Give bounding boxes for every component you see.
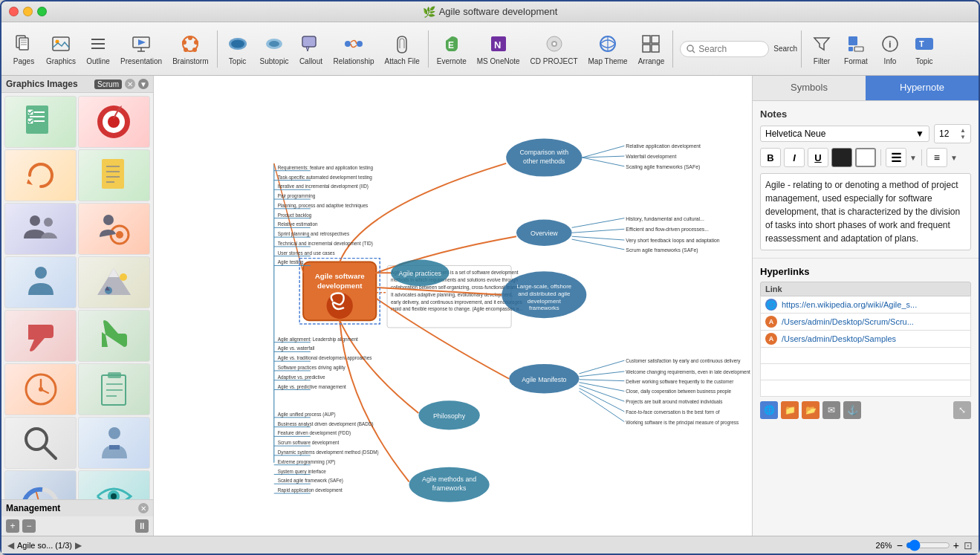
- sidebar-item-target[interactable]: [78, 96, 150, 148]
- toolbar-graphics[interactable]: Graphics: [42, 25, 80, 73]
- toolbar-topic[interactable]: Topic: [221, 25, 254, 73]
- tab-label: Agile so... (1/3): [17, 541, 72, 550]
- toolbar-onenote[interactable]: N MS OneNote: [473, 25, 525, 73]
- search-icon: [687, 45, 695, 53]
- toolbar-brainstorm[interactable]: Brainstorm: [168, 25, 212, 73]
- toolbar-filter[interactable]: Filter: [805, 25, 838, 73]
- svg-text:Iterative and incremental deve: Iterative and incremental development (I…: [278, 184, 369, 189]
- svg-rect-36: [643, 36, 650, 43]
- fit-icon[interactable]: ⊡: [964, 539, 973, 551]
- search-input[interactable]: [698, 44, 758, 54]
- canvas-area[interactable]: Agile software development Agile softwar…: [154, 76, 752, 536]
- close-button[interactable]: [9, 7, 19, 16]
- search-box[interactable]: [680, 41, 769, 57]
- svg-text:Scrum software development: Scrum software development: [278, 440, 340, 446]
- maptheme-icon: [596, 32, 620, 56]
- toolbar-topic2[interactable]: T Topic: [908, 25, 941, 73]
- evernote-label: Evernote: [437, 57, 467, 65]
- toolbar-format[interactable]: Format: [840, 25, 872, 73]
- toolbar-presentation[interactable]: Presentation: [116, 25, 166, 73]
- hl-folder-btn[interactable]: 📂: [802, 401, 820, 419]
- hl-resize-btn[interactable]: ⤡: [953, 401, 971, 419]
- nav-next[interactable]: ▶: [75, 540, 82, 551]
- svg-text:Extreme programming (XP): Extreme programming (XP): [278, 459, 336, 465]
- sidebar-item-clock[interactable]: [4, 363, 77, 415]
- toolbar-attach[interactable]: Attach File: [380, 25, 424, 73]
- hyperlink-row-3[interactable]: A /Users/admin/Desktop/Samples: [760, 331, 971, 348]
- toolbar-subtopic[interactable]: Subtopic: [256, 25, 293, 73]
- sidebar-item-notes[interactable]: [78, 149, 150, 201]
- svg-rect-37: [652, 36, 659, 43]
- underline-button[interactable]: U: [808, 148, 828, 167]
- sidebar-item-mountain[interactable]: [78, 256, 150, 308]
- font-size[interactable]: 12 ▲▼: [934, 124, 971, 143]
- sidebar-footer-close-btn[interactable]: ✕: [138, 503, 149, 513]
- maximize-button[interactable]: [37, 7, 47, 16]
- hl-anchor-btn[interactable]: ⚓: [843, 401, 861, 419]
- format-separator2: [921, 149, 922, 166]
- sep3: [672, 30, 673, 68]
- svg-line-88: [44, 447, 56, 458]
- toolbar-evernote[interactable]: E Evernote: [432, 25, 471, 73]
- hl-web-btn[interactable]: 🌐: [760, 401, 778, 419]
- sidebar-item-person[interactable]: [4, 256, 77, 308]
- sidebar-remove-btn[interactable]: −: [22, 519, 36, 533]
- toolbar-cd[interactable]: CD PROJECT: [526, 25, 583, 73]
- sidebar-item-search[interactable]: [4, 417, 77, 469]
- toolbar-arrange[interactable]: Arrange: [634, 25, 669, 73]
- right-panel-tabs: Symbols Hypernote: [753, 76, 979, 101]
- svg-text:Efficient and flow-driven proc: Efficient and flow-driven processes...: [626, 227, 709, 233]
- zoom-plus[interactable]: +: [953, 539, 959, 551]
- sidebar-item-gear[interactable]: [78, 203, 150, 255]
- zoom-minus[interactable]: −: [897, 539, 903, 551]
- svg-text:frameworks: frameworks: [432, 484, 467, 492]
- svg-rect-62: [102, 159, 124, 189]
- hyperlink-row-2[interactable]: A /Users/admin/Desktop/Scrum/Scru...: [760, 314, 971, 331]
- bold-button[interactable]: B: [760, 148, 781, 167]
- notes-section: Notes Helvetica Neue ▼ 12 ▲▼ B I: [753, 101, 979, 258]
- sidebar-item-eye[interactable]: [78, 470, 150, 499]
- minimize-button[interactable]: [23, 7, 33, 16]
- hyperlink-row-1[interactable]: 🌐 https://en.wikipedia.org/wiki/Agile_s.…: [760, 296, 971, 314]
- toolbar-pages[interactable]: Pages: [7, 25, 40, 73]
- sidebar-item-gauge[interactable]: [4, 470, 77, 499]
- italic-button[interactable]: I: [784, 148, 805, 167]
- svg-line-92: [36, 493, 40, 499]
- cd-label: CD PROJECT: [530, 57, 578, 65]
- toolbar-relationship[interactable]: Relationship: [328, 25, 378, 73]
- sidebar-item-people[interactable]: [4, 203, 77, 255]
- sidebar-add-btn[interactable]: +: [6, 519, 19, 533]
- zoom-slider[interactable]: [906, 539, 950, 551]
- svg-text:Waterfall development: Waterfall development: [626, 154, 676, 160]
- main-content: Graphics Images Scrum ✕ ▼: [1, 76, 979, 536]
- nav-prev[interactable]: ◀: [7, 540, 14, 551]
- tab-symbols[interactable]: Symbols: [753, 76, 866, 100]
- svg-text:Agile practices: Agile practices: [399, 270, 442, 277]
- sidebar-item-thumbsup[interactable]: [78, 310, 150, 362]
- notes-content[interactable]: Agile - relating to or denoting a method…: [760, 173, 971, 250]
- font-selector[interactable]: Helvetica Neue ▼: [760, 126, 929, 142]
- svg-text:Agile alignment: Leadership al: Agile alignment: Leadership alignment: [278, 337, 358, 343]
- align-button[interactable]: ≡: [927, 148, 947, 167]
- toolbar-outline[interactable]: Outline: [82, 25, 114, 73]
- bg-color-button[interactable]: [855, 148, 876, 167]
- toolbar-callout[interactable]: Callout: [294, 25, 327, 73]
- sidebar-item-refresh[interactable]: [4, 149, 77, 201]
- toolbar-maptheme[interactable]: Map Theme: [584, 25, 632, 73]
- svg-text:User stories and use cases: User stories and use cases: [278, 250, 335, 256]
- sidebar-pause-btn[interactable]: ⏸: [135, 519, 149, 533]
- sidebar-dropdown-btn[interactable]: ▼: [138, 79, 149, 89]
- sidebar-item-thumbsdown[interactable]: [4, 310, 77, 362]
- tab-hypernote[interactable]: Hypernote: [866, 76, 979, 100]
- toolbar-info[interactable]: i Info: [874, 25, 906, 73]
- hl-email-btn[interactable]: ✉: [822, 401, 840, 419]
- sidebar-item-clipboard[interactable]: [78, 363, 150, 415]
- sidebar-item-checklist[interactable]: [4, 96, 77, 148]
- svg-text:Relative application developme: Relative application development: [626, 143, 701, 149]
- sidebar-item-person2[interactable]: [78, 417, 150, 469]
- svg-point-17: [192, 48, 197, 52]
- hl-file-btn[interactable]: 📁: [781, 401, 799, 419]
- list-button[interactable]: ☰: [886, 148, 906, 167]
- sidebar-close-btn[interactable]: ✕: [125, 79, 135, 89]
- text-color-button[interactable]: [831, 148, 852, 167]
